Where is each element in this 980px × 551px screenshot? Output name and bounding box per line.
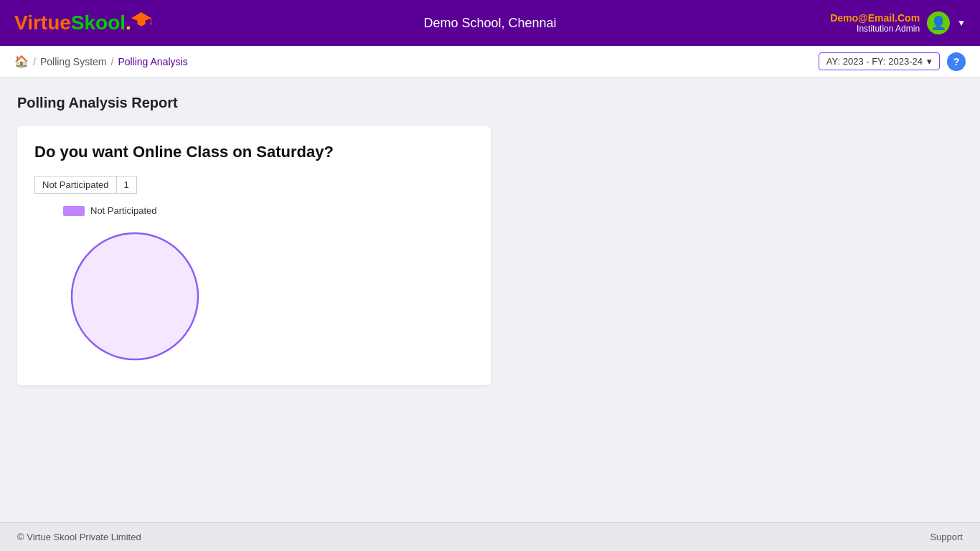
main-content: Polling Analysis Report Do you want Onli… xyxy=(0,77,980,522)
logo-dot: . xyxy=(126,11,131,34)
poll-question: Do you want Online Class on Saturday? xyxy=(34,143,473,161)
pie-chart-wrapper xyxy=(63,225,207,368)
logo: VirtueSkool. xyxy=(14,11,151,34)
page-title: Polling Analysis Report xyxy=(17,95,963,111)
breadcrumb-bar: 🏠 / Polling System / Polling Analysis AY… xyxy=(0,46,980,77)
breadcrumb-sep-2: / xyxy=(110,56,113,67)
pie-chart xyxy=(63,225,207,368)
user-info: Demo@Email.Com Institution Admin xyxy=(830,12,920,34)
header-right: Demo@Email.Com Institution Admin 👤 ▼ xyxy=(830,11,966,34)
logo-skool: Skool xyxy=(71,11,126,34)
breadcrumb-polling-system[interactable]: Polling System xyxy=(40,56,107,67)
help-button[interactable]: ? xyxy=(947,52,966,71)
breadcrumb-controls: AY: 2023 - FY: 2023-24 ▾ ? xyxy=(819,52,966,71)
breadcrumb-polling-analysis: Polling Analysis xyxy=(118,56,187,67)
svg-marker-0 xyxy=(131,12,151,22)
header: VirtueSkool. Demo School, Chennai Demo@E… xyxy=(0,0,980,46)
year-selector-arrow: ▾ xyxy=(927,56,932,67)
graduation-hat-icon xyxy=(131,11,151,27)
legend-count: 1 xyxy=(117,176,137,194)
avatar[interactable]: 👤 xyxy=(927,11,950,34)
chart-container: Not Participated xyxy=(34,205,473,368)
school-name: Demo School, Chennai xyxy=(423,16,556,31)
breadcrumb: 🏠 / Polling System / Polling Analysis xyxy=(14,55,188,68)
user-email: Demo@Email.Com xyxy=(830,12,920,24)
logo-virtue: Virtue xyxy=(14,11,71,34)
svg-point-4 xyxy=(72,233,198,359)
breadcrumb-sep-1: / xyxy=(33,56,36,67)
year-selector-label: AY: 2023 - FY: 2023-24 xyxy=(826,56,923,67)
user-dropdown-arrow[interactable]: ▼ xyxy=(957,18,966,28)
year-selector[interactable]: AY: 2023 - FY: 2023-24 ▾ xyxy=(819,52,940,70)
legend-table: Not Participated 1 xyxy=(34,176,473,194)
footer-copyright: © Virtue Skool Private Limited xyxy=(17,532,141,542)
chart-legend: Not Participated xyxy=(63,205,157,216)
legend-color-box xyxy=(63,206,85,216)
home-icon[interactable]: 🏠 xyxy=(14,55,29,68)
svg-point-3 xyxy=(150,22,151,25)
legend-label: Not Participated xyxy=(34,176,117,194)
poll-card: Do you want Online Class on Saturday? No… xyxy=(17,126,491,385)
chart-legend-label: Not Participated xyxy=(90,205,157,216)
footer: © Virtue Skool Private Limited Support xyxy=(0,522,980,551)
user-role: Institution Admin xyxy=(830,24,920,34)
footer-support[interactable]: Support xyxy=(930,532,963,542)
